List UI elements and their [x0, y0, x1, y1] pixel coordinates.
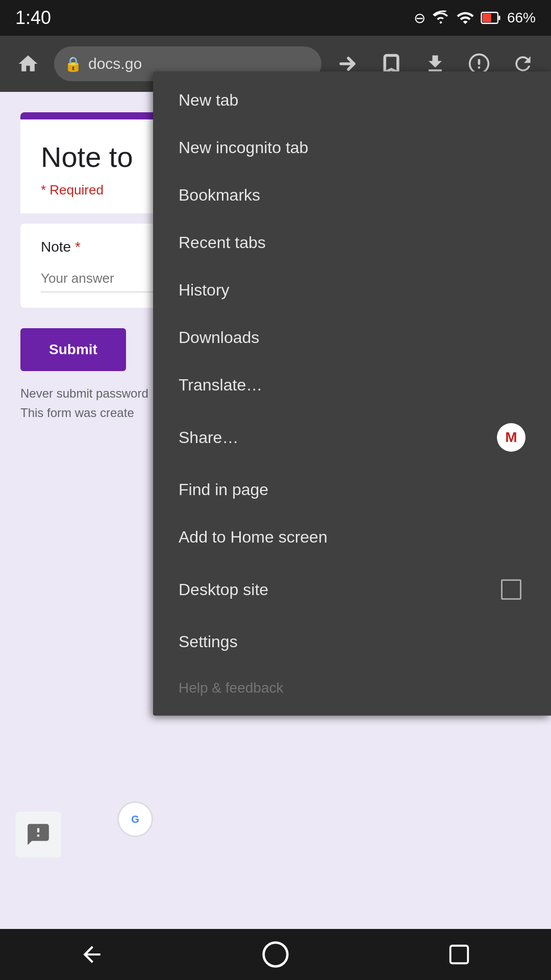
menu-item-downloads[interactable]: Downloads	[153, 314, 551, 361]
menu-item-history[interactable]: History	[153, 266, 551, 314]
gmail-icon: M	[497, 423, 525, 452]
menu-item-add-to-home-screen[interactable]: Add to Home screen	[153, 513, 551, 561]
menu-item-bookmarks[interactable]: Bookmarks	[153, 172, 551, 219]
desktop-site-checkbox[interactable]	[497, 575, 525, 604]
menu-item-find-in-page[interactable]: Find in page	[153, 466, 551, 513]
menu-item-settings[interactable]: Settings	[153, 618, 551, 666]
menu-item-help-feedback[interactable]: Help & feedback	[153, 666, 551, 710]
menu-item-new-tab[interactable]: New tab	[153, 77, 551, 124]
dropdown-menu: New tab New incognito tab Bookmarks Rece…	[153, 71, 551, 716]
menu-item-share[interactable]: Share… M	[153, 409, 551, 466]
menu-item-new-incognito-tab[interactable]: New incognito tab	[153, 124, 551, 172]
menu-item-desktop-site[interactable]: Desktop site	[153, 561, 551, 618]
menu-item-translate[interactable]: Translate…	[153, 361, 551, 409]
menu-overlay: New tab New incognito tab Bookmarks Rece…	[0, 0, 551, 980]
menu-item-recent-tabs[interactable]: Recent tabs	[153, 219, 551, 266]
